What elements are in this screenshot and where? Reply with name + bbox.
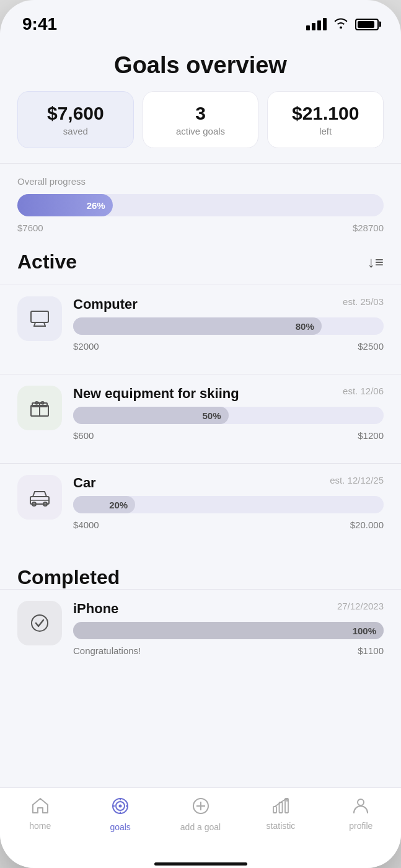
iphone-progress-fill: 100% [73, 622, 384, 639]
active-goals-card: 3 active goals [143, 91, 259, 148]
nav-goals[interactable]: goals [80, 797, 160, 832]
car-icon [28, 485, 51, 509]
car-name: Car [73, 475, 96, 491]
overall-progress-bar: 26% [17, 194, 384, 216]
gift-icon [28, 396, 51, 420]
computer-icon-wrap [17, 296, 62, 341]
profile-icon [352, 797, 369, 817]
svg-point-25 [358, 799, 364, 805]
skiing-amounts: $600 $1200 [73, 430, 384, 441]
computer-icon [28, 307, 51, 330]
status-icons [306, 16, 379, 32]
nav-statistic[interactable]: statistic [240, 797, 320, 831]
goal-row-iphone: iPhone 27/12/2023 100% Congratulations! … [17, 601, 384, 656]
iphone-saved: Congratulations! [73, 645, 141, 656]
bottom-nav: home goals [0, 787, 401, 861]
home-bar-line [154, 862, 247, 866]
left-label: left [319, 126, 332, 136]
goal-row-computer: Computer est. 25/03 80% $2000 $2500 [17, 296, 384, 352]
goals-icon [111, 797, 130, 818]
goal-row-skiing: New equipment for skiing est. 12/06 50% … [17, 386, 384, 441]
nav-home-label: home [29, 821, 51, 831]
iphone-percent: 100% [353, 626, 376, 636]
overall-percent-label: 26% [87, 200, 105, 211]
car-progress-fill: 20% [73, 496, 135, 513]
skiing-target: $1200 [358, 430, 384, 441]
computer-name: Computer [73, 296, 138, 312]
skiing-name: New equipment for skiing [73, 386, 239, 402]
computer-saved: $2000 [73, 341, 99, 352]
computer-info: Computer est. 25/03 80% $2000 $2500 [73, 296, 384, 352]
status-bar: 9:41 [0, 0, 401, 37]
car-saved: $4000 [73, 520, 99, 530]
car-est: est. 12/12/25 [330, 475, 384, 485]
nav-profile[interactable]: profile [321, 797, 401, 831]
computer-amounts: $2000 $2500 [73, 341, 384, 352]
completed-section: Completed [0, 552, 401, 589]
iphone-amounts: Congratulations! $1100 [73, 645, 384, 656]
nav-add-goal-label: add a goal [180, 822, 221, 832]
skiing-percent: 50% [202, 410, 221, 421]
check-icon [28, 611, 51, 635]
skiing-progress-bar: 50% [73, 407, 384, 424]
active-goals-label: active goals [176, 126, 225, 136]
saved-label: saved [63, 126, 88, 136]
goal-row-car: Car est. 12/12/25 20% $4000 $20.000 [17, 475, 384, 530]
battery-icon [355, 19, 379, 30]
overall-bounds: $7600 $28700 [17, 223, 384, 233]
overall-progress-section: Overall progress 26% $7600 $28700 [0, 176, 401, 250]
summary-cards: $7,600 saved 3 active goals $21.100 left [0, 91, 401, 163]
car-amounts: $4000 $20.000 [73, 520, 384, 530]
car-progress-bar: 20% [73, 496, 384, 513]
goal-item-car[interactable]: Car est. 12/12/25 20% $4000 $20.000 [0, 463, 401, 552]
add-goal-icon [192, 797, 210, 818]
nav-add-goal[interactable]: add a goal [161, 797, 240, 832]
nav-home[interactable]: home [0, 797, 80, 831]
sort-icon[interactable]: ↓≡ [368, 254, 384, 271]
skiing-info: New equipment for skiing est. 12/06 50% … [73, 386, 384, 441]
iphone-name-row: iPhone 27/12/2023 [73, 601, 384, 617]
home-icon [31, 797, 50, 817]
left-value: $21.100 [292, 103, 359, 123]
skiing-saved: $600 [73, 430, 94, 441]
skiing-progress-fill: 50% [73, 407, 229, 424]
iphone-est: 27/12/2023 [337, 601, 384, 611]
saved-value: $7,600 [47, 103, 104, 123]
car-info: Car est. 12/12/25 20% $4000 $20.000 [73, 475, 384, 530]
status-time: 9:41 [22, 14, 57, 34]
active-goals-value: 3 [195, 103, 206, 123]
computer-percent: 80% [296, 321, 314, 332]
overall-max: $28700 [353, 223, 384, 233]
saved-card: $7,600 saved [17, 91, 134, 148]
computer-name-row: Computer est. 25/03 [73, 296, 384, 312]
svg-rect-23 [279, 802, 282, 813]
goal-item-iphone[interactable]: iPhone 27/12/2023 100% Congratulations! … [0, 589, 401, 678]
iphone-info: iPhone 27/12/2023 100% Congratulations! … [73, 601, 384, 656]
iphone-icon-wrap [17, 601, 62, 645]
iphone-name: iPhone [73, 601, 118, 617]
car-name-row: Car est. 12/12/25 [73, 475, 384, 491]
svg-rect-0 [31, 311, 48, 322]
phone-frame: 9:41 Goals overview [0, 0, 401, 868]
skiing-icon-wrap [17, 386, 62, 430]
goal-item-computer[interactable]: Computer est. 25/03 80% $2000 $2500 [0, 285, 401, 374]
scroll-area[interactable]: Goals overview $7,600 saved 3 active goa… [0, 37, 401, 787]
overall-progress-fill: 26% [17, 194, 113, 216]
svg-rect-22 [273, 807, 276, 813]
page-title: Goals overview [0, 37, 401, 91]
wifi-icon [333, 16, 349, 32]
goal-item-skiing[interactable]: New equipment for skiing est. 12/06 50% … [0, 374, 401, 463]
car-target: $20.000 [350, 520, 384, 530]
skiing-est: est. 12/06 [343, 386, 384, 396]
nav-statistic-label: statistic [267, 821, 296, 831]
svg-point-14 [119, 805, 122, 808]
iphone-progress-bar: 100% [73, 622, 384, 639]
statistic-icon [271, 797, 290, 817]
car-percent: 20% [109, 500, 128, 510]
divider-1 [0, 163, 401, 164]
overall-label: Overall progress [17, 176, 384, 187]
iphone-target: $1100 [358, 645, 384, 656]
computer-est: est. 25/03 [343, 296, 384, 307]
computer-target: $2500 [358, 341, 384, 352]
svg-point-11 [32, 615, 48, 631]
